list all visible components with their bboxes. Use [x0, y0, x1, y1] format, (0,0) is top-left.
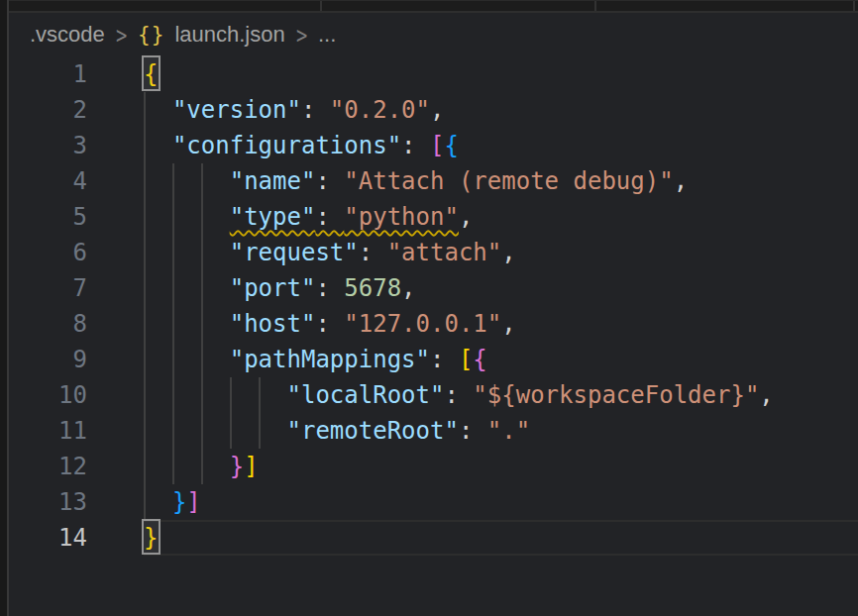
line-number[interactable]: 11	[9, 413, 144, 449]
code-token: "host"	[230, 310, 316, 338]
code-token: ,	[459, 203, 473, 231]
code-text: "name": "Attach (remote debug)",	[144, 163, 858, 199]
code-token	[144, 239, 230, 266]
code-line[interactable]: 7 "port": 5678,	[9, 270, 858, 306]
code-text: "host": "127.0.0.1",	[144, 306, 858, 342]
code-token: ,	[501, 239, 515, 266]
matched-bracket: {	[144, 60, 158, 88]
code-line[interactable]: 8 "host": "127.0.0.1",	[9, 306, 858, 342]
matched-bracket: }	[144, 524, 158, 552]
code-lines: 1{2 "version": "0.2.0",3 "configurations…	[9, 56, 858, 556]
breadcrumb-symbol-path[interactable]: ...	[318, 22, 336, 48]
code-token: [	[430, 132, 444, 159]
line-number[interactable]: 12	[9, 449, 144, 484]
code-line[interactable]: 4 "name": "Attach (remote debug)",	[9, 163, 858, 199]
code-line[interactable]: 6 "request": "attach",	[9, 235, 858, 270]
code-token	[144, 274, 230, 302]
chevron-right-icon: >	[116, 21, 127, 50]
code-token: {	[444, 132, 458, 159]
code-line[interactable]: 11 "remoteRoot": "."	[9, 413, 858, 449]
code-token: :	[459, 417, 487, 445]
code-token: "127.0.0.1"	[344, 310, 501, 338]
code-token: }	[230, 453, 244, 480]
code-line[interactable]: 12 }]	[9, 449, 858, 484]
line-number[interactable]: 3	[9, 128, 144, 163]
chevron-right-icon: >	[296, 21, 307, 50]
code-token: :	[315, 167, 344, 195]
code-token: "port"	[230, 274, 316, 302]
code-token	[144, 381, 287, 409]
code-text: }]	[144, 449, 858, 484]
line-number[interactable]: 2	[9, 92, 144, 128]
line-number[interactable]: 14	[9, 520, 144, 556]
code-token: "pathMappings"	[230, 346, 430, 373]
code-token: :	[315, 274, 344, 302]
line-number[interactable]: 8	[9, 306, 144, 342]
code-token: "python"	[344, 203, 459, 231]
code-token: ,	[759, 381, 773, 409]
code-token	[144, 453, 230, 480]
code-text: "port": 5678,	[144, 270, 858, 306]
json-object-icon: {}	[138, 23, 164, 47]
code-token: "configurations"	[172, 132, 401, 159]
editor-group: .vscode > {} launch.json > ... 1{2 "vers…	[9, 0, 858, 616]
line-number[interactable]: 13	[9, 484, 144, 520]
line-number[interactable]: 5	[9, 199, 144, 235]
code-token: ,	[401, 274, 415, 302]
code-text: "request": "attach",	[144, 235, 858, 270]
code-line[interactable]: 2 "version": "0.2.0",	[9, 92, 858, 128]
code-token: ,	[430, 96, 444, 124]
code-line[interactable]: 9 "pathMappings": [{	[9, 342, 858, 377]
code-text: "localRoot": "${workspaceFolder}",	[144, 377, 858, 413]
tab-divider	[320, 1, 322, 11]
code-token: :	[315, 203, 344, 231]
code-token: "attach"	[387, 239, 502, 266]
code-token: "version"	[172, 96, 301, 124]
code-text: "pathMappings": [{	[144, 342, 858, 377]
code-token: "${workspaceFolder}"	[473, 381, 759, 409]
code-text: }]	[144, 484, 858, 520]
code-token: "request"	[230, 239, 359, 266]
code-text: "type": "python",	[144, 199, 858, 235]
code-line[interactable]: 14}	[9, 520, 858, 556]
code-token: "name"	[230, 167, 316, 195]
code-editor[interactable]: 1{2 "version": "0.2.0",3 "configurations…	[9, 56, 858, 616]
sidebar-edge	[0, 0, 9, 616]
code-token: "localRoot"	[287, 381, 445, 409]
code-token: "Attach (remote debug)"	[344, 167, 673, 195]
tab-divider	[594, 1, 596, 11]
line-number[interactable]: 1	[9, 56, 144, 92]
code-token: "remoteRoot"	[287, 417, 459, 445]
code-token: {	[473, 346, 486, 373]
line-number[interactable]: 4	[9, 163, 144, 199]
breadcrumb-folder[interactable]: .vscode	[30, 22, 105, 48]
code-line[interactable]: 5 "type": "python",	[9, 199, 858, 235]
code-line[interactable]: 1{	[9, 56, 858, 92]
vscode-window: .vscode > {} launch.json > ... 1{2 "vers…	[0, 0, 858, 616]
code-text: "remoteRoot": "."	[144, 413, 858, 449]
line-number[interactable]: 7	[9, 270, 144, 306]
code-token	[144, 488, 172, 516]
code-token	[144, 346, 230, 373]
code-token: :	[301, 96, 330, 124]
code-token: ,	[501, 310, 515, 338]
code-token	[144, 132, 172, 159]
code-token: "type"	[230, 203, 316, 231]
code-token: [	[459, 346, 473, 373]
code-token: "."	[487, 417, 530, 445]
code-line[interactable]: 13 }]	[9, 484, 858, 520]
code-token	[144, 167, 230, 195]
line-number[interactable]: 6	[9, 235, 144, 270]
tab-bar[interactable]	[9, 0, 858, 13]
line-number[interactable]: 10	[9, 377, 144, 413]
code-token: "0.2.0"	[330, 96, 430, 124]
code-text: }	[144, 520, 858, 556]
line-number[interactable]: 9	[9, 342, 144, 377]
code-line[interactable]: 3 "configurations": [{	[9, 128, 858, 163]
code-line[interactable]: 10 "localRoot": "${workspaceFolder}",	[9, 377, 858, 413]
code-token: :	[444, 381, 473, 409]
code-token: 5678	[344, 274, 401, 302]
code-text: "version": "0.2.0",	[144, 92, 858, 128]
breadcrumb-file[interactable]: launch.json	[174, 22, 284, 48]
breadcrumb: .vscode > {} launch.json > ...	[9, 13, 858, 56]
